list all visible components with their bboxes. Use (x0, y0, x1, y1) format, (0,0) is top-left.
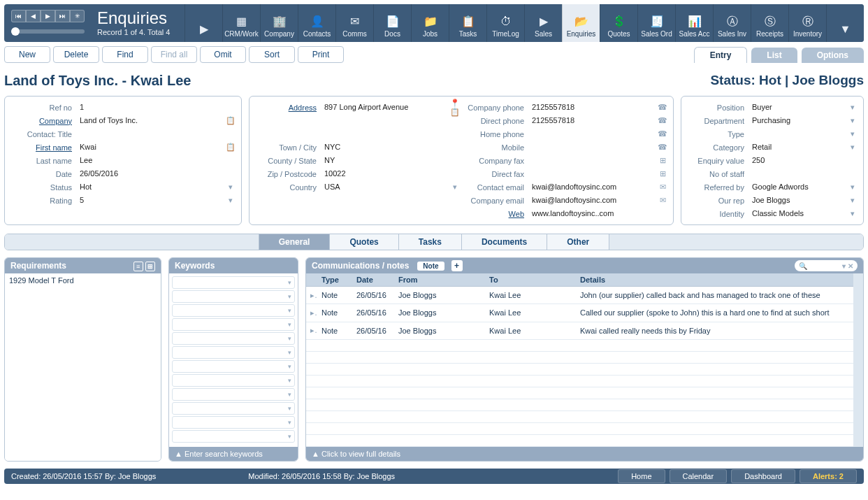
tool-enquiries[interactable]: 📂Enquiries (562, 4, 600, 42)
rec-last-button[interactable]: ⏭ (55, 10, 70, 22)
req-action-icon[interactable]: ≡ (133, 262, 143, 271)
comm-row[interactable]: ▸Note26/05/16Joe BloggsKwai LeeCalled ou… (306, 304, 853, 322)
field-category[interactable]: Retail (750, 142, 848, 152)
tool-receipts[interactable]: ⓈReceipts (751, 4, 788, 42)
rec-new-button[interactable]: ✳ (70, 10, 85, 22)
field-address[interactable]: 897 Long Airport Avenue (322, 102, 450, 113)
field-contact_title[interactable] (78, 133, 236, 135)
field-mobile[interactable] (530, 146, 658, 148)
footer-calendar[interactable]: Calendar (670, 469, 728, 483)
position-dropdown-icon[interactable]: ▾ (848, 103, 858, 112)
direct_fax-icon[interactable]: ⊞ (658, 169, 667, 178)
field-home_phone[interactable] (530, 133, 658, 135)
tool-inventory[interactable]: ⓇInventory (788, 4, 826, 42)
field-company_phone[interactable]: 2125557818 (530, 102, 658, 113)
field-first_name[interactable]: Kwai (78, 142, 226, 152)
contact_email-icon[interactable]: ✉ (658, 183, 667, 192)
keyword-row[interactable]: ▾ (172, 346, 295, 359)
find-all-button[interactable]: Find all (151, 46, 197, 63)
keyword-row[interactable]: ▾ (172, 430, 295, 443)
identity-dropdown-icon[interactable]: ▾ (848, 209, 858, 218)
field-status[interactable]: Hot (78, 182, 226, 192)
tool-salesacc[interactable]: 📊Sales Acc (675, 4, 713, 42)
keyword-row[interactable]: ▾ (172, 374, 295, 387)
field-company[interactable]: Land of Toys Inc. (78, 115, 226, 126)
field-contact_email[interactable]: kwai@landoftoysinc.com (530, 182, 658, 192)
company_email-icon[interactable]: ✉ (658, 196, 667, 205)
field-web[interactable]: www.landoftoysinc..com (530, 208, 667, 219)
record-slider[interactable] (11, 29, 85, 34)
tool-sales-nav[interactable]: ▶Sales (524, 4, 562, 42)
tool-comms[interactable]: ✉Comms (335, 4, 373, 42)
detail-tab-quotes[interactable]: Quotes (329, 234, 398, 250)
field-country[interactable]: USA (322, 182, 450, 192)
keyword-row[interactable]: ▾ (172, 332, 295, 345)
field-rating[interactable]: 5 (78, 195, 226, 206)
tool-timelog[interactable]: ⏱TimeLog (486, 4, 524, 42)
field-no_of_staff[interactable] (750, 173, 858, 175)
company_phone-icon[interactable]: ☎ (658, 103, 667, 112)
tool-back[interactable]: ▶ (185, 4, 222, 42)
comm-row[interactable]: ▸Note26/05/16Joe BloggsKwai LeeKwai call… (306, 322, 853, 339)
field-department[interactable]: Purchasing (750, 115, 848, 126)
field-identity[interactable]: Classic Models (750, 208, 848, 219)
delete-button[interactable]: Delete (53, 46, 99, 63)
first_name-icon[interactable]: 📋 (226, 143, 236, 152)
field-our_rep[interactable]: Joe Bloggs (750, 195, 848, 206)
tool-salesinv[interactable]: ⒶSales Inv (713, 4, 751, 42)
requirements-text[interactable]: 1929 Model T Ford (5, 273, 161, 461)
field-direct_phone[interactable]: 2125557818 (530, 115, 658, 126)
keyword-row[interactable]: ▾ (172, 416, 295, 429)
referred_by-dropdown-icon[interactable]: ▾ (848, 183, 858, 192)
field-position[interactable]: Buyer (750, 102, 848, 113)
print-button[interactable]: Print (298, 46, 344, 63)
detail-tab-documents[interactable]: Documents (461, 234, 547, 250)
tool-more[interactable]: ▼ (826, 4, 864, 42)
status-dropdown-icon[interactable]: ▾ (226, 183, 236, 192)
address-icon[interactable]: 📍📋 (450, 99, 460, 117)
req-add-icon[interactable]: ⊞ (145, 262, 155, 271)
new-button[interactable]: New (4, 46, 50, 63)
mobile-icon[interactable]: ☎ (658, 143, 667, 152)
tool-tasks[interactable]: 📋Tasks (449, 4, 486, 42)
detail-tab-tasks[interactable]: Tasks (398, 234, 461, 250)
tool-crmwork[interactable]: ▦CRM/Work (222, 4, 260, 42)
category-dropdown-icon[interactable]: ▾ (848, 143, 858, 152)
tab-list[interactable]: List (751, 48, 797, 63)
tool-company[interactable]: 🏢Company (260, 4, 298, 42)
department-dropdown-icon[interactable]: ▾ (848, 116, 858, 125)
field-zip[interactable]: 10022 (322, 169, 460, 179)
comm-search[interactable]: 🔍▾ ✕ (795, 260, 858, 271)
company_fax-icon[interactable]: ⊞ (658, 156, 667, 165)
rec-prev-button[interactable]: ◀ (26, 10, 41, 22)
detail-tab-general[interactable]: General (259, 234, 330, 250)
detail-tab-other[interactable]: Other (547, 234, 609, 250)
tool-jobs[interactable]: 📁Jobs (411, 4, 449, 42)
field-county[interactable]: NY (322, 155, 460, 166)
note-button[interactable]: Note (417, 262, 444, 271)
keyword-row[interactable]: ▾ (172, 360, 295, 373)
field-town[interactable]: NYC (322, 142, 460, 152)
keyword-row[interactable]: ▾ (172, 304, 295, 317)
field-company_fax[interactable] (530, 159, 658, 162)
keywords-footer[interactable]: ▲ Enter search keywords (169, 447, 298, 461)
rec-first-button[interactable]: ⏮ (11, 10, 26, 22)
field-direct_fax[interactable] (530, 173, 658, 175)
our_rep-dropdown-icon[interactable]: ▾ (848, 196, 858, 205)
field-referred_by[interactable]: Google Adwords (750, 182, 848, 192)
company-icon[interactable]: 📋 (226, 116, 236, 125)
footer-home[interactable]: Home (618, 469, 665, 483)
home_phone-icon[interactable]: ☎ (658, 129, 667, 138)
country-dropdown-icon[interactable]: ▾ (450, 183, 460, 192)
tool-contacts[interactable]: 👤Contacts (298, 4, 335, 42)
keyword-row[interactable]: ▾ (172, 290, 295, 303)
find-button[interactable]: Find (102, 46, 148, 63)
comm-scrollbar[interactable] (853, 273, 863, 447)
tool-quotes[interactable]: 💲Quotes (600, 4, 637, 42)
tab-options[interactable]: Options (802, 48, 864, 63)
sort-button[interactable]: Sort (249, 46, 295, 63)
field-type[interactable] (750, 133, 848, 135)
rec-next-button[interactable]: ▶ (41, 10, 55, 22)
comm-row[interactable]: ▸Note26/05/16Joe BloggsKwai LeeJohn (our… (306, 287, 853, 304)
footer-alerts[interactable]: Alerts: 2 (800, 469, 857, 483)
